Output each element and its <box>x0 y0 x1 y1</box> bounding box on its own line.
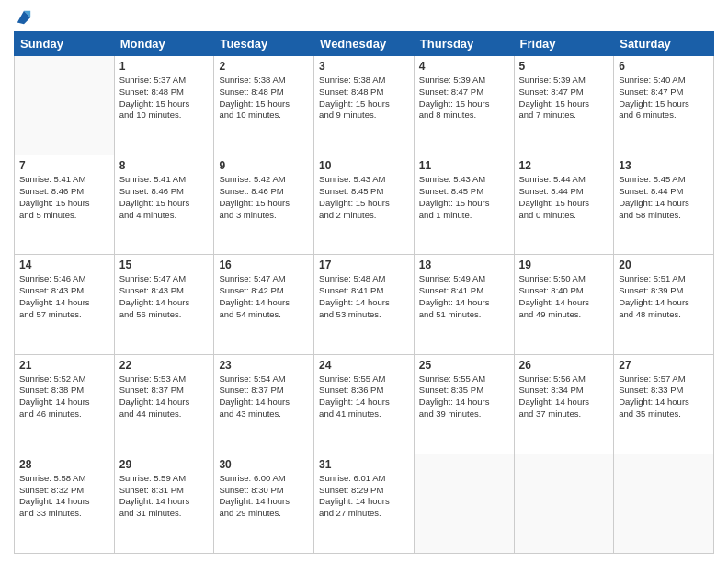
cell-date-number: 3 <box>319 60 409 73</box>
calendar-cell: 6Sunrise: 5:40 AMSunset: 8:47 PMDaylight… <box>614 56 714 155</box>
calendar-cell: 23Sunrise: 5:54 AMSunset: 8:37 PMDayligh… <box>214 354 314 454</box>
cell-info: Sunrise: 5:44 AMSunset: 8:44 PMDaylight:… <box>519 174 609 221</box>
cell-info: Sunrise: 5:57 AMSunset: 8:33 PMDaylight:… <box>619 373 709 420</box>
cell-info: Sunrise: 5:53 AMSunset: 8:37 PMDaylight:… <box>119 373 210 420</box>
calendar-cell: 21Sunrise: 5:52 AMSunset: 8:38 PMDayligh… <box>15 354 115 454</box>
calendar-cell: 10Sunrise: 5:43 AMSunset: 8:45 PMDayligh… <box>314 155 415 255</box>
calendar-cell: 26Sunrise: 5:56 AMSunset: 8:34 PMDayligh… <box>514 354 614 454</box>
cell-date-number: 31 <box>319 458 409 471</box>
calendar-cell: 8Sunrise: 5:41 AMSunset: 8:46 PMDaylight… <box>114 155 214 255</box>
cell-date-number: 16 <box>219 259 309 271</box>
cell-date-number: 18 <box>419 259 509 271</box>
cell-info: Sunrise: 5:49 AMSunset: 8:41 PMDaylight:… <box>419 273 509 320</box>
cell-info: Sunrise: 5:42 AMSunset: 8:46 PMDaylight:… <box>219 174 309 221</box>
calendar-cell: 14Sunrise: 5:46 AMSunset: 8:43 PMDayligh… <box>15 255 115 354</box>
cell-info: Sunrise: 5:54 AMSunset: 8:37 PMDaylight:… <box>219 373 309 420</box>
calendar-cell: 5Sunrise: 5:39 AMSunset: 8:47 PMDaylight… <box>514 56 614 155</box>
cell-date-number: 2 <box>219 60 309 73</box>
weekday-header-row: SundayMondayTuesdayWednesdayThursdayFrid… <box>15 32 714 56</box>
calendar-cell: 31Sunrise: 6:01 AMSunset: 8:29 PMDayligh… <box>314 454 415 553</box>
calendar-cell: 28Sunrise: 5:58 AMSunset: 8:32 PMDayligh… <box>15 454 115 553</box>
cell-info: Sunrise: 5:43 AMSunset: 8:45 PMDaylight:… <box>319 174 409 221</box>
cell-date-number: 1 <box>119 60 210 73</box>
calendar-table: SundayMondayTuesdayWednesdayThursdayFrid… <box>14 31 714 554</box>
logo-icon <box>16 9 32 26</box>
cell-date-number: 24 <box>319 359 409 372</box>
calendar-week-row: 14Sunrise: 5:46 AMSunset: 8:43 PMDayligh… <box>15 255 714 354</box>
cell-info: Sunrise: 5:39 AMSunset: 8:47 PMDaylight:… <box>519 75 609 121</box>
calendar-cell <box>614 454 714 553</box>
weekday-header-sunday: Sunday <box>15 32 115 56</box>
cell-date-number: 25 <box>419 359 509 372</box>
cell-info: Sunrise: 5:55 AMSunset: 8:35 PMDaylight:… <box>419 373 509 420</box>
weekday-header-friday: Friday <box>514 32 614 56</box>
cell-info: Sunrise: 5:45 AMSunset: 8:44 PMDaylight:… <box>619 174 709 221</box>
cell-info: Sunrise: 5:55 AMSunset: 8:36 PMDaylight:… <box>319 373 409 420</box>
cell-date-number: 4 <box>419 60 509 73</box>
calendar-cell: 7Sunrise: 5:41 AMSunset: 8:46 PMDaylight… <box>15 155 115 255</box>
weekday-header-monday: Monday <box>114 32 214 56</box>
cell-date-number: 17 <box>319 259 409 271</box>
calendar-cell: 2Sunrise: 5:38 AMSunset: 8:48 PMDaylight… <box>214 56 314 155</box>
calendar-cell: 13Sunrise: 5:45 AMSunset: 8:44 PMDayligh… <box>614 155 714 255</box>
cell-date-number: 23 <box>219 359 309 372</box>
cell-info: Sunrise: 5:56 AMSunset: 8:34 PMDaylight:… <box>519 373 609 420</box>
calendar-week-row: 21Sunrise: 5:52 AMSunset: 8:38 PMDayligh… <box>15 354 714 454</box>
cell-info: Sunrise: 5:40 AMSunset: 8:47 PMDaylight:… <box>619 75 709 121</box>
calendar-cell: 29Sunrise: 5:59 AMSunset: 8:31 PMDayligh… <box>114 454 214 553</box>
calendar-cell: 30Sunrise: 6:00 AMSunset: 8:30 PMDayligh… <box>214 454 314 553</box>
cell-info: Sunrise: 5:48 AMSunset: 8:41 PMDaylight:… <box>319 273 409 320</box>
cell-info: Sunrise: 5:59 AMSunset: 8:31 PMDaylight:… <box>119 473 210 520</box>
calendar-cell: 19Sunrise: 5:50 AMSunset: 8:40 PMDayligh… <box>514 255 614 354</box>
calendar-cell: 18Sunrise: 5:49 AMSunset: 8:41 PMDayligh… <box>414 255 514 354</box>
calendar-cell: 25Sunrise: 5:55 AMSunset: 8:35 PMDayligh… <box>414 354 514 454</box>
calendar-cell <box>514 454 614 553</box>
cell-date-number: 7 <box>19 159 109 172</box>
calendar-cell: 27Sunrise: 5:57 AMSunset: 8:33 PMDayligh… <box>614 354 714 454</box>
cell-info: Sunrise: 6:01 AMSunset: 8:29 PMDaylight:… <box>319 473 409 520</box>
calendar-cell: 16Sunrise: 5:47 AMSunset: 8:42 PMDayligh… <box>214 255 314 354</box>
cell-date-number: 21 <box>19 359 109 372</box>
weekday-header-wednesday: Wednesday <box>314 32 415 56</box>
cell-info: Sunrise: 5:37 AMSunset: 8:48 PMDaylight:… <box>119 75 210 121</box>
calendar-week-row: 7Sunrise: 5:41 AMSunset: 8:46 PMDaylight… <box>15 155 714 255</box>
weekday-header-tuesday: Tuesday <box>214 32 314 56</box>
cell-info: Sunrise: 5:51 AMSunset: 8:39 PMDaylight:… <box>619 273 709 320</box>
cell-date-number: 14 <box>19 259 109 271</box>
cell-date-number: 19 <box>519 259 609 271</box>
cell-date-number: 20 <box>619 259 709 271</box>
cell-date-number: 8 <box>119 159 210 172</box>
cell-info: Sunrise: 6:00 AMSunset: 8:30 PMDaylight:… <box>219 473 309 520</box>
calendar-cell: 24Sunrise: 5:55 AMSunset: 8:36 PMDayligh… <box>314 354 415 454</box>
cell-info: Sunrise: 5:38 AMSunset: 8:48 PMDaylight:… <box>219 75 309 121</box>
cell-date-number: 11 <box>419 159 509 172</box>
page: SundayMondayTuesdayWednesdayThursdayFrid… <box>0 0 728 563</box>
cell-date-number: 27 <box>619 359 709 372</box>
cell-info: Sunrise: 5:41 AMSunset: 8:46 PMDaylight:… <box>119 174 210 221</box>
cell-info: Sunrise: 5:47 AMSunset: 8:43 PMDaylight:… <box>119 273 210 320</box>
cell-info: Sunrise: 5:47 AMSunset: 8:42 PMDaylight:… <box>219 273 309 320</box>
calendar-cell: 9Sunrise: 5:42 AMSunset: 8:46 PMDaylight… <box>214 155 314 255</box>
calendar-cell <box>15 56 115 155</box>
calendar-cell: 17Sunrise: 5:48 AMSunset: 8:41 PMDayligh… <box>314 255 415 354</box>
weekday-header-thursday: Thursday <box>414 32 514 56</box>
calendar-cell: 22Sunrise: 5:53 AMSunset: 8:37 PMDayligh… <box>114 354 214 454</box>
cell-info: Sunrise: 5:58 AMSunset: 8:32 PMDaylight:… <box>19 473 109 520</box>
cell-date-number: 10 <box>319 159 409 172</box>
cell-info: Sunrise: 5:50 AMSunset: 8:40 PMDaylight:… <box>519 273 609 320</box>
cell-date-number: 29 <box>119 458 210 471</box>
cell-info: Sunrise: 5:46 AMSunset: 8:43 PMDaylight:… <box>19 273 109 320</box>
cell-date-number: 13 <box>619 159 709 172</box>
logo <box>14 9 32 24</box>
calendar-cell: 1Sunrise: 5:37 AMSunset: 8:48 PMDaylight… <box>114 56 214 155</box>
calendar-cell: 12Sunrise: 5:44 AMSunset: 8:44 PMDayligh… <box>514 155 614 255</box>
cell-date-number: 22 <box>119 359 210 372</box>
calendar-week-row: 1Sunrise: 5:37 AMSunset: 8:48 PMDaylight… <box>15 56 714 155</box>
cell-info: Sunrise: 5:52 AMSunset: 8:38 PMDaylight:… <box>19 373 109 420</box>
cell-date-number: 28 <box>19 458 109 471</box>
calendar-cell: 4Sunrise: 5:39 AMSunset: 8:47 PMDaylight… <box>414 56 514 155</box>
cell-info: Sunrise: 5:38 AMSunset: 8:48 PMDaylight:… <box>319 75 409 121</box>
cell-info: Sunrise: 5:41 AMSunset: 8:46 PMDaylight:… <box>19 174 109 221</box>
cell-date-number: 5 <box>519 60 609 73</box>
header <box>14 9 714 24</box>
